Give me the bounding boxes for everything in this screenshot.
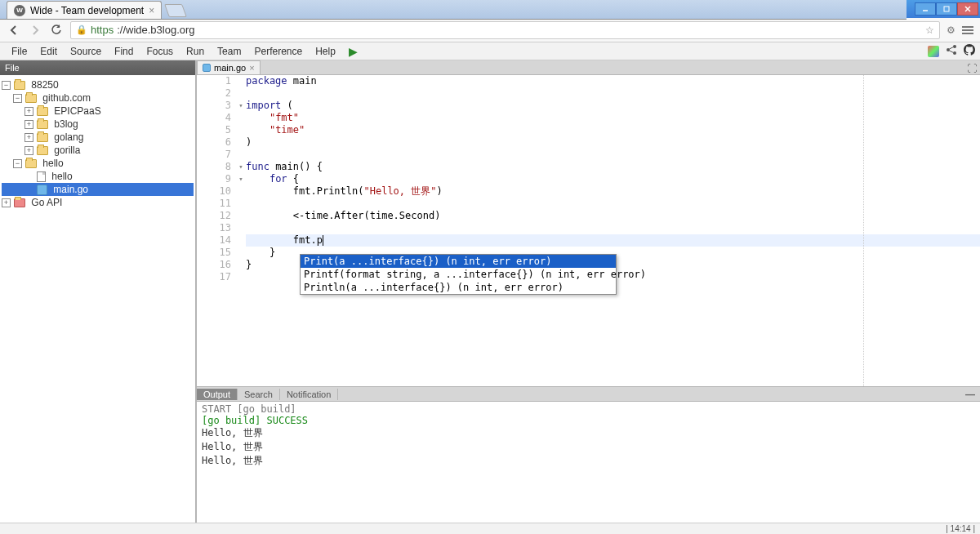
- menu-focus[interactable]: Focus: [140, 44, 180, 59]
- svg-point-5: [953, 45, 956, 48]
- forward-button[interactable]: [28, 23, 42, 38]
- svg-rect-1: [944, 7, 949, 11]
- status-bar: | 14:14 |: [0, 523, 980, 534]
- bottom-tab-search[interactable]: Search: [238, 389, 280, 400]
- autocomplete-item[interactable]: Print(a ...interface{}) (n int, err erro…: [301, 255, 616, 268]
- file-icon: [37, 171, 46, 182]
- minimize-window-button[interactable]: [915, 2, 936, 16]
- code-line[interactable]: func main() {: [246, 161, 980, 173]
- svg-point-6: [953, 51, 956, 55]
- output-console[interactable]: START [go build][go build] SUCCESSHello,…: [197, 402, 980, 523]
- menu-help[interactable]: Help: [309, 44, 342, 59]
- code-line[interactable]: import (: [246, 100, 980, 112]
- tree-file-main-go[interactable]: main.go: [2, 183, 194, 196]
- url-rest: ://wide.b3log.org: [117, 24, 194, 36]
- close-tab-icon[interactable]: ×: [249, 63, 254, 73]
- menu-find[interactable]: Find: [108, 44, 140, 59]
- editor-tab-bar: main.go × ⛶: [197, 60, 980, 75]
- address-bar: 🔒 https://wide.b3log.org ☆ ⚙: [0, 18, 980, 42]
- tree-goapi[interactable]: + Go API: [2, 196, 194, 209]
- menu-team[interactable]: Team: [211, 44, 247, 59]
- menu-run[interactable]: Run: [180, 44, 211, 59]
- line-gutter: 1234567891011121314151617: [197, 75, 236, 386]
- chrome-menu-icon[interactable]: [962, 26, 973, 34]
- folder-icon: [25, 159, 37, 168]
- tree-folder-epic[interactable]: + EPICPaaS: [2, 105, 194, 118]
- app-menubar: FileEditSourceFindFocusRunTeamPerference…: [0, 42, 980, 60]
- share-icon[interactable]: [946, 44, 957, 58]
- tree-folder-hello[interactable]: − hello: [2, 157, 194, 170]
- go-file-icon: [37, 185, 47, 195]
- folder-icon: [37, 107, 48, 116]
- run-button[interactable]: ▶: [344, 45, 363, 58]
- menu-perference[interactable]: Perference: [247, 44, 309, 59]
- folder-icon: [14, 81, 25, 90]
- maximize-window-button[interactable]: [936, 2, 957, 16]
- minimize-panel-icon[interactable]: —: [965, 389, 975, 400]
- code-line[interactable]: "fmt": [246, 112, 980, 124]
- code-line[interactable]: fmt.p: [246, 234, 980, 247]
- menu-file[interactable]: File: [5, 44, 33, 59]
- output-line: START [go build]: [202, 403, 975, 415]
- code-line[interactable]: [246, 222, 980, 234]
- close-window-button[interactable]: [957, 2, 978, 16]
- new-tab-button[interactable]: [164, 4, 187, 17]
- site-favicon: W: [14, 5, 25, 16]
- bottom-tabs: OutputSearchNotification—: [197, 387, 980, 402]
- folder-icon: [14, 198, 25, 207]
- close-tab-icon[interactable]: ×: [149, 5, 154, 16]
- svg-line-8: [950, 51, 954, 53]
- code-area[interactable]: package mainimport ( "fmt" "time")func m…: [246, 75, 980, 386]
- bookmark-star-icon[interactable]: ☆: [925, 24, 934, 36]
- folder-icon: [37, 120, 48, 129]
- output-line: Hello, 世界: [202, 440, 975, 454]
- menu-edit[interactable]: Edit: [33, 44, 64, 59]
- back-button[interactable]: [7, 23, 21, 38]
- code-line[interactable]: <-time.After(time.Second): [246, 210, 980, 222]
- tree-folder-b3log[interactable]: + b3log: [2, 118, 194, 131]
- autocomplete-item[interactable]: Printf(format string, a ...interface{}) …: [301, 268, 616, 281]
- tree-folder-gorilla[interactable]: + gorilla: [2, 144, 194, 157]
- browser-tab-bar: W Wide - Team development ×: [0, 0, 906, 20]
- output-line: Hello, 世界: [202, 426, 975, 440]
- code-line[interactable]: [246, 149, 980, 161]
- github-icon[interactable]: [964, 44, 975, 58]
- lock-icon: 🔒: [76, 24, 87, 35]
- editor-tab-main-go[interactable]: main.go ×: [197, 60, 261, 74]
- output-line: [go build] SUCCESS: [202, 415, 975, 426]
- go-file-icon: [203, 64, 211, 72]
- code-line[interactable]: "time": [246, 124, 980, 136]
- url-input[interactable]: 🔒 https://wide.b3log.org ☆: [70, 21, 940, 39]
- output-line: Hello, 世界: [202, 454, 975, 468]
- code-editor[interactable]: 1234567891011121314151617 ▾▾▾ package ma…: [197, 75, 980, 386]
- autocomplete-item[interactable]: Println(a ...interface{}) (n int, err er…: [301, 281, 616, 294]
- url-scheme: https: [91, 24, 114, 36]
- sidebar-header: File: [0, 60, 195, 75]
- tree-file-hello[interactable]: hello: [2, 170, 194, 183]
- code-line[interactable]: fmt.Println("Hello, 世界"): [246, 185, 980, 198]
- image-icon[interactable]: [928, 46, 939, 57]
- code-line[interactable]: ): [246, 136, 980, 149]
- autocomplete-popup[interactable]: Print(a ...interface{}) (n int, err erro…: [300, 254, 617, 295]
- tree-folder-golang[interactable]: + golang: [2, 131, 194, 144]
- code-line[interactable]: [246, 198, 980, 210]
- code-line[interactable]: [246, 87, 980, 100]
- svg-line-7: [950, 47, 954, 50]
- settings-icon[interactable]: ⚙: [947, 24, 956, 36]
- bottom-tab-output[interactable]: Output: [197, 389, 238, 400]
- bottom-tab-notification[interactable]: Notification: [280, 389, 338, 400]
- fullscreen-icon[interactable]: ⛶: [967, 63, 977, 74]
- tree-folder-github[interactable]: − github.com: [2, 91, 194, 105]
- menu-source[interactable]: Source: [64, 44, 108, 59]
- code-line[interactable]: package main: [246, 75, 980, 87]
- folder-icon: [37, 146, 48, 155]
- tree-root[interactable]: − 88250: [2, 78, 194, 91]
- fold-gutter[interactable]: ▾▾▾: [236, 75, 246, 386]
- browser-tab-title: Wide - Team development: [30, 5, 144, 16]
- editor-tab-label: main.go: [214, 63, 246, 73]
- file-tree[interactable]: − 88250 − github.com + EPICPaaS + b3log …: [0, 75, 195, 523]
- reload-button[interactable]: [49, 23, 64, 38]
- folder-icon: [37, 133, 48, 142]
- code-line[interactable]: for {: [246, 173, 980, 185]
- browser-tab[interactable]: W Wide - Team development ×: [7, 1, 162, 19]
